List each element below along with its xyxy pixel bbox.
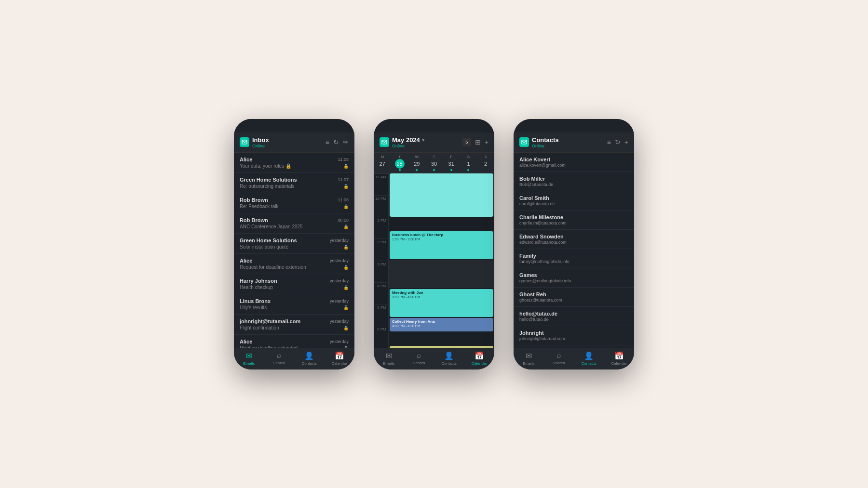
phone-calendar: May 2024 ▾ Online 5 ⊞ + M 27 T 28 W [374,119,494,369]
contacts-menu-icon[interactable]: ≡ [607,139,611,145]
email-time: 11:07 [338,177,349,182]
nav-contacts-label-2: Contacts [441,361,457,366]
phones-container: Inbox Online ≡ ↻ ✏ Alice 11:08 Your data… [234,119,634,369]
cal-dark-block-2pm [389,260,494,288]
cal-add-icon[interactable]: + [485,138,488,146]
email-item[interactable]: Alice 11:08 Your data, your rules 🔒 🔒 [234,153,354,173]
contact-item[interactable]: Edward Snowden edward.s@tutanota.com [514,230,634,249]
refresh-icon[interactable]: ↻ [333,139,339,145]
week-day-num[interactable]: 28 [395,159,405,169]
lock-icon: 🔒 [343,245,349,250]
contact-name: Bob Miller [519,176,628,182]
email-sender: johnright@tutamail.com [240,318,300,324]
email-item[interactable]: Harry Johnson yesterday Health checkup 🔒 [234,274,354,294]
nav-calendar-2[interactable]: 📅 Calendar [464,351,495,366]
week-day-num[interactable]: 29 [412,159,421,169]
week-day-num[interactable]: 31 [447,159,456,169]
cal-event-meeting-joe[interactable]: Meeting with Joe3:00 PM - 4:00 PM [390,289,493,317]
contacts-actions: ≡ ↻ + [607,139,628,145]
nav-contacts-2[interactable]: 👤 Contacts [434,351,464,366]
events-column: Business lunch @ The Harp1:00 PM - 2:00 … [388,173,494,348]
email-item[interactable]: Green Home Solutions yesterday Solar ins… [234,234,354,254]
contact-name: Family [519,253,628,259]
nav-calendar-1[interactable]: 📅 Calendar [325,351,355,366]
contact-item[interactable]: Johnright johnright@tutamail.com [514,326,634,345]
email-item[interactable]: Rob Brown 08:58 ANC Conference Japan 202… [234,213,354,234]
contact-email: edward.s@tutanota.com [519,240,628,245]
email-time: 11:06 [338,198,349,202]
week-view-icon[interactable]: ⊞ [475,138,481,146]
week-day-label: S [485,155,487,159]
cal-event-collect-henry[interactable]: Collect Henry from Ana4:00 PM - 4:30 PM [390,318,493,331]
email-item[interactable]: Alice yesterday Meeting deadline extende… [234,335,354,347]
week-day-label: M [381,155,384,159]
email-item[interactable]: Rob Brown 11:06 Re: Feedback talk 🔒 [234,193,354,213]
nav-search-3[interactable]: ⌕ Search [544,351,574,366]
time-slot: 3 PM [374,261,388,282]
contact-item[interactable]: Family family@nothingtohide.info [514,249,634,268]
cal-event-pilates[interactable]: Pilates5:00 PM - 6:00 PM [390,346,493,348]
cal-month-title: May 2024 ▾ [392,136,424,144]
email-nav-icon-3: ✉ [526,351,532,360]
time-slot: 11 AM [374,173,388,195]
nav-calendar-label-3: Calendar [611,361,627,366]
email-item[interactable]: Green Home Solutions 11:07 Re: outsourci… [234,173,354,193]
email-item[interactable]: Linus Bronx yesterday Lilly's results 🔓 [234,294,354,315]
nav-emails-3[interactable]: ✉ Emails [514,351,544,366]
search-nav-icon-1: ⌕ [277,351,282,360]
month-text: May 2024 [392,136,420,144]
nav-emails-1[interactable]: ✉ Emails [234,351,264,366]
event-dot [399,169,401,171]
contact-item[interactable]: hello@tutao.de hello@tutao.de [514,307,634,326]
email-subject: Re: Feedback talk [240,204,343,209]
contact-item[interactable]: Charlie Milestone charlie.m@tutanota.com [514,211,634,230]
email-sender: Harry Johnson [240,278,277,284]
lock-icon: 🔒 [343,285,349,290]
email-subject: ANC Conference Japan 2025 [240,224,343,229]
contacts-help-icon[interactable]: ↻ [615,139,621,145]
nav-emails-2[interactable]: ✉ Emails [374,351,404,366]
nav-search-1[interactable]: ⌕ Search [264,351,295,366]
nav-contacts-1[interactable]: 👤 Contacts [294,351,325,366]
status-bar-3 [514,119,634,132]
calendar-body: 11 AM12 PM1 PM2 PM3 PM4 PM5 PM6 PM Busin… [374,173,494,348]
calendar-nav-icon-3: 📅 [614,351,624,360]
contact-name: Edward Snowden [519,234,628,239]
inbox-title: Inbox [252,136,269,144]
email-item[interactable]: Alice yesterday Request for deadline ext… [234,254,354,274]
week-day-label: S [467,155,470,159]
bottom-nav-2: ✉ Emails ⌕ Search 👤 Contacts 📅 Calendar [374,348,494,369]
week-day-num[interactable]: 1 [463,159,473,169]
calendar-nav-icon-1: 📅 [335,351,344,360]
contacts-header-left: Contacts Online [519,136,559,149]
week-day-num[interactable]: 27 [378,159,387,169]
contact-item[interactable]: Carol Smith carol@tutanota.de [514,191,634,211]
nav-calendar-3[interactable]: 📅 Calendar [604,351,635,366]
contact-item[interactable]: Alice Kovert alice.kovert@gmail.com [514,153,634,172]
email-item[interactable]: johnright@tutamail.com yesterday Flight … [234,315,354,335]
cal-event-morning-block[interactable] [390,173,493,217]
tuta-logo-2 [380,137,389,147]
contact-item[interactable]: Bob Miller Bob@tutanota.de [514,172,634,191]
cal-event-business-lunch[interactable]: Business lunch @ The Harp1:00 PM - 2:00 … [390,231,493,259]
contact-item[interactable]: Ghost Reh ghost.r@tutanota.com [514,288,634,307]
filter-icon[interactable]: ≡ [326,139,329,145]
contacts-header: Contacts Online ≡ ↻ + [514,132,634,153]
header-left-1: Inbox Online [240,136,269,149]
compose-icon[interactable]: ✏ [343,139,349,145]
email-sender: Alice [240,157,252,162]
contact-email: games@nothingtohide.info [519,278,628,283]
week-day-col: S 1 [460,155,477,171]
lock-icon: 🔓 [343,305,349,310]
week-day-num[interactable]: 2 [481,159,490,169]
week-day-num[interactable]: 30 [429,159,439,169]
view-icon[interactable]: 5 [462,138,471,146]
email-time: yesterday [330,258,349,263]
nav-contacts-3[interactable]: 👤 Contacts [574,351,604,366]
phone-contacts: Contacts Online ≡ ↻ + Alice Kovert alice… [514,119,634,369]
contact-item[interactable]: Games games@nothingtohide.info [514,268,634,288]
cal-status: Online [392,144,424,148]
nav-search-2[interactable]: ⌕ Search [404,351,434,366]
status-bar-2 [374,119,494,132]
contacts-add-icon[interactable]: + [624,139,628,145]
